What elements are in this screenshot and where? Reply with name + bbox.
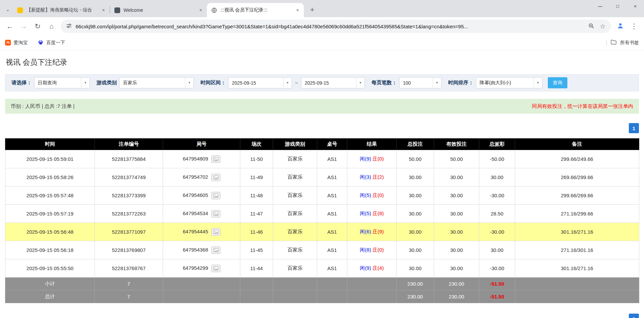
cell-bet-id: 522813771097 bbox=[95, 223, 163, 241]
forward-icon[interactable]: → bbox=[17, 20, 31, 33]
cell-round: 647954534 bbox=[163, 205, 240, 223]
header-valid-bet: 有效投注 bbox=[434, 139, 479, 150]
cell-round: 647954605 bbox=[163, 186, 240, 205]
new-tab-button[interactable]: + bbox=[307, 4, 318, 15]
query-type-select[interactable]: 日期查询 ▼ bbox=[34, 77, 90, 88]
cell-round: 647954299 bbox=[163, 259, 240, 278]
tab-search-chevron-icon[interactable]: ⌄ bbox=[3, 4, 13, 15]
roadmap-icon[interactable] bbox=[211, 247, 220, 254]
selected-value: 百家乐 bbox=[123, 80, 137, 86]
roadmap-icon[interactable] bbox=[211, 265, 220, 272]
chevron-down-icon: ▼ bbox=[534, 78, 542, 88]
cell-total-bet[interactable]: 30.00 bbox=[397, 186, 434, 205]
cell-total-bet[interactable]: 30.00 bbox=[397, 168, 434, 186]
address-bar[interactable]: 66cxkj98.com/ipl/portal.php/game/betreco… bbox=[61, 20, 611, 33]
tab-favicon-haiyan-icon bbox=[17, 7, 23, 13]
roadmap-icon[interactable] bbox=[211, 155, 220, 163]
cell-round: 647954702 bbox=[163, 168, 240, 186]
cell-total-bet[interactable]: 30.00 bbox=[397, 241, 434, 259]
cell-total-bet[interactable]: 30.00 bbox=[397, 205, 434, 223]
menu-icon[interactable]: ⋮ bbox=[627, 20, 641, 33]
cell-result: 闲(6) 庄(9) bbox=[347, 223, 397, 241]
close-icon[interactable]: × bbox=[100, 7, 107, 14]
profile-avatar-icon[interactable] bbox=[613, 20, 627, 33]
result-banker: 庄(0) bbox=[373, 192, 384, 198]
bookmark-taobao[interactable]: 淘 爱淘宝 bbox=[5, 40, 28, 46]
cell-total-bet[interactable]: 30.00 bbox=[397, 223, 434, 241]
close-icon[interactable]: × bbox=[197, 7, 204, 14]
cell-note: 299.66/269.66 bbox=[515, 186, 639, 205]
subtotal-payout: -51.50 bbox=[479, 278, 515, 290]
filter-bar: 请选择： 日期查询 ▼ 游戏类别 百家乐 ▼ 时间区间： 2025-09-15 … bbox=[5, 74, 639, 91]
result-player: 闲(9) bbox=[360, 265, 371, 271]
home-icon[interactable]: ⌂ bbox=[45, 20, 58, 33]
chevron-down-icon: ▼ bbox=[185, 78, 193, 88]
cell-round: 647954445 bbox=[163, 223, 240, 241]
all-bookmarks-label[interactable]: 所有书签 bbox=[620, 40, 639, 46]
cell-payout: -30.00 bbox=[479, 259, 515, 278]
result-banker: 庄(9) bbox=[373, 229, 384, 234]
tab-bet-records[interactable]: :::视讯 会员下注纪录::: × bbox=[207, 3, 304, 17]
search-button[interactable]: 查询 bbox=[548, 77, 567, 88]
cell-payout: 28.50 bbox=[479, 205, 515, 223]
cell-table-no: AS1 bbox=[317, 186, 347, 205]
summary-bar: 币别 : 人民币 | 总共 :7 注单 | 同局有效投注，统一计算在该局第一张注… bbox=[5, 99, 639, 114]
time-sort-select[interactable]: 降幂(由大到小) ▼ bbox=[476, 77, 542, 88]
close-icon[interactable]: × bbox=[294, 7, 301, 14]
cell-payout: 30.00 bbox=[479, 168, 515, 186]
page-size-select[interactable]: 100 ▼ bbox=[399, 77, 441, 88]
bookmark-baidu[interactable]: 百度一下 bbox=[38, 39, 65, 46]
cell-payout: -50.00 bbox=[479, 150, 515, 168]
roadmap-icon[interactable] bbox=[211, 174, 220, 181]
date-to-select[interactable]: 2025-09-15 ▼ bbox=[301, 77, 365, 88]
roadmap-icon[interactable] bbox=[211, 210, 220, 218]
site-info-icon[interactable] bbox=[66, 23, 72, 30]
result-banker: 庄(2) bbox=[373, 174, 384, 180]
maximize-button[interactable]: □ bbox=[609, 0, 626, 12]
cell-time: 2025-09-15 05:57:19 bbox=[5, 205, 95, 223]
cell-bet-id: 522813769807 bbox=[95, 241, 163, 259]
tab-title: 【新提醒】海燕策略论坛 - 综合 bbox=[26, 7, 100, 13]
time-range-label: 时间区间： bbox=[200, 80, 226, 86]
header-round: 局号 bbox=[163, 139, 240, 150]
roadmap-icon[interactable] bbox=[211, 228, 220, 236]
close-window-button[interactable]: × bbox=[626, 0, 644, 12]
selected-value: 2025-09-15 bbox=[305, 80, 329, 86]
bookmarks-divider: | bbox=[606, 40, 607, 46]
game-type-select[interactable]: 百家乐 ▼ bbox=[119, 77, 194, 88]
empty-cell bbox=[347, 290, 397, 303]
page-1-button[interactable]: 1 bbox=[629, 123, 639, 133]
page-1-button[interactable]: 1 bbox=[629, 314, 639, 318]
roadmap-icon[interactable] bbox=[211, 192, 220, 199]
refresh-icon[interactable]: ↻ bbox=[31, 20, 45, 33]
cell-table-no: AS1 bbox=[317, 168, 347, 186]
tab-haiyan-forum[interactable]: 【新提醒】海燕策略论坛 - 综合 × bbox=[13, 3, 110, 17]
browser-toolbar: ← → ↻ ⌂ 66cxkj98.com/ipl/portal.php/game… bbox=[0, 17, 644, 35]
header-payout: 总派彩 bbox=[479, 139, 515, 150]
round-number: 647954605 bbox=[183, 192, 208, 198]
cell-round: 647954368 bbox=[163, 241, 240, 259]
empty-cell bbox=[347, 278, 397, 290]
range-separator: ~ bbox=[295, 80, 298, 86]
folder-icon bbox=[611, 39, 617, 46]
result-banker: 庄(8) bbox=[373, 210, 384, 216]
tab-welcome[interactable]: Welcome × bbox=[110, 3, 207, 17]
total-valid-bet: 230.00 bbox=[434, 290, 479, 303]
zoom-icon[interactable] bbox=[588, 23, 594, 30]
bookmark-star-icon[interactable]: ☆ bbox=[600, 23, 606, 30]
cell-valid-bet: 30.00 bbox=[434, 223, 479, 241]
empty-cell bbox=[515, 290, 639, 303]
total-label: 总计 bbox=[5, 290, 95, 303]
back-icon[interactable]: ← bbox=[3, 20, 17, 33]
cell-bet-id: 522813775884 bbox=[95, 150, 163, 168]
tab-favicon-welcome-icon bbox=[114, 7, 120, 13]
cell-total-bet[interactable]: 30.00 bbox=[397, 259, 434, 278]
valid-bet-notice: 同局有效投注，统一计算在该局第一张注单内 bbox=[532, 103, 633, 110]
total-row: 总计 7 230.00 230.00 -51.50 bbox=[5, 290, 639, 303]
cell-total-bet[interactable]: 50.00 bbox=[397, 150, 434, 168]
cell-valid-bet: 30.00 bbox=[434, 205, 479, 223]
chevron-down-icon: ▼ bbox=[283, 78, 292, 88]
result-player: 闲(5) bbox=[360, 192, 371, 198]
minimize-button[interactable]: — bbox=[591, 0, 609, 12]
date-from-select[interactable]: 2025-09-15 ▼ bbox=[228, 77, 292, 88]
